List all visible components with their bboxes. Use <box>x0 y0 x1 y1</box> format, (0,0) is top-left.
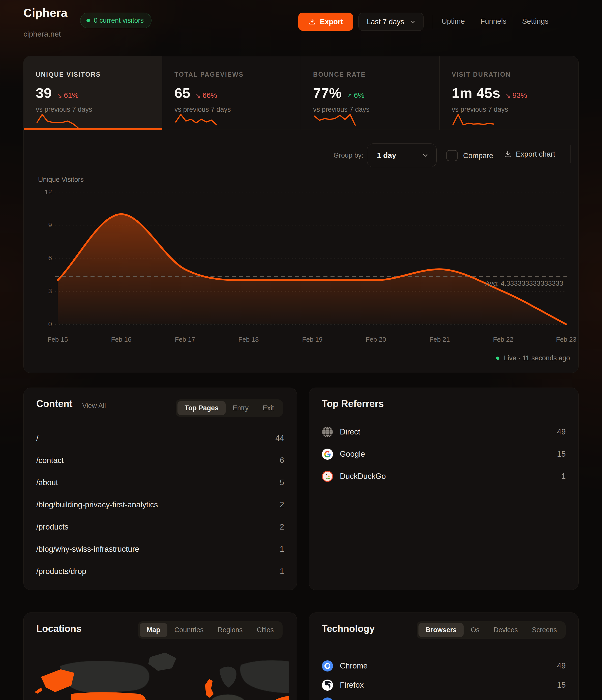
duckduckgo-icon <box>322 471 333 482</box>
export-button[interactable]: Export <box>298 12 353 31</box>
trend-up-icon: ↗ <box>347 92 352 99</box>
tab-os[interactable]: Os <box>463 623 486 637</box>
stat-delta: ↘61% <box>57 91 78 100</box>
chart-area-fill <box>58 214 566 324</box>
page-row[interactable]: /44 <box>36 427 284 449</box>
group-by-label: Group by: <box>333 152 363 159</box>
google-icon <box>322 448 333 460</box>
x-tick: Feb 15 <box>40 335 75 344</box>
live-status: Live · 11 seconds ago <box>496 354 570 362</box>
top-referrers-panel: Top Referrers Direct 49 <box>309 388 579 590</box>
panel-title: Content <box>36 398 73 409</box>
stat-label: TOTAL PAGEVIEWS <box>174 71 301 78</box>
nav-settings[interactable]: Settings <box>522 17 549 25</box>
chart-series-label: Unique Visitors <box>38 176 84 183</box>
live-dot-icon <box>496 356 499 360</box>
referrer-row[interactable]: Direct 49 <box>322 421 566 443</box>
nav-uptime[interactable]: Uptime <box>442 17 465 25</box>
analytics-dashboard: Ciphera 0 current visitors ciphera.net E… <box>0 0 602 700</box>
tab-map[interactable]: Map <box>140 623 167 637</box>
tab-screens[interactable]: Screens <box>525 623 564 637</box>
stat-delta: ↘93% <box>505 91 527 100</box>
x-tick: Feb 16 <box>104 335 139 344</box>
tab-top-pages[interactable]: Top Pages <box>177 401 226 415</box>
nav-funnels[interactable]: Funnels <box>480 17 506 25</box>
x-tick: Feb 20 <box>358 335 394 344</box>
stat-card-unique-visitors[interactable]: UNIQUE VISITORS 39 ↘61% vs previous 7 da… <box>24 56 162 130</box>
y-tick: 3 <box>24 287 52 295</box>
content-tabs: Top Pages Entry Exit <box>176 399 283 417</box>
chrome-icon <box>322 660 333 672</box>
tab-exit[interactable]: Exit <box>256 401 281 415</box>
globe-icon <box>322 426 333 438</box>
y-tick: 6 <box>24 254 52 262</box>
live-status-label: Live · 11 seconds ago <box>504 354 570 362</box>
stat-delta: ↘66% <box>195 91 217 100</box>
stat-compare-label: vs previous 7 days <box>313 106 440 114</box>
page-row[interactable]: /products2 <box>36 516 284 538</box>
stat-card-total-pageviews[interactable]: TOTAL PAGEVIEWS 65 ↘66% vs previous 7 da… <box>162 56 301 130</box>
sparkline-chart <box>313 113 356 129</box>
chevron-down-icon <box>410 18 416 25</box>
page-row[interactable]: /products/drop1 <box>36 560 284 582</box>
sparkline-chart <box>452 113 495 129</box>
x-tick: Feb 21 <box>422 335 457 344</box>
date-range-value: Last 7 days <box>367 18 404 26</box>
date-range-select[interactable]: Last 7 days <box>358 12 424 31</box>
stat-value: 39 <box>36 85 52 101</box>
tab-entry[interactable]: Entry <box>226 401 256 415</box>
referrer-row[interactable]: Google 15 <box>322 443 566 465</box>
x-tick: Feb 23 <box>549 335 579 344</box>
current-visitors-badge[interactable]: 0 current visitors <box>80 12 151 28</box>
browser-icon-partial <box>322 697 333 700</box>
export-chart-label: Export chart <box>516 150 555 158</box>
tab-regions[interactable]: Regions <box>210 623 250 637</box>
controls-divider <box>571 145 571 163</box>
page-row[interactable]: /blog/building-privacy-first-analytics2 <box>36 494 284 516</box>
x-tick: Feb 17 <box>167 335 203 344</box>
compare-label[interactable]: Compare <box>463 152 493 160</box>
export-chart-button[interactable]: Export chart <box>504 150 555 158</box>
stat-delta: ↗6% <box>347 91 365 100</box>
stat-compare-label: vs previous 7 days <box>36 106 162 114</box>
stat-value: 77% <box>313 85 342 101</box>
view-all-link[interactable]: View All <box>82 402 106 410</box>
page-row[interactable]: /blog/why-swiss-infrastructure1 <box>36 538 284 560</box>
sparkline-chart <box>174 113 218 129</box>
technology-panel: Technology Browsers Os Devices Screens C… <box>309 612 579 700</box>
browser-row[interactable]: Chrome 49 <box>322 656 566 676</box>
live-dot-icon <box>86 19 90 22</box>
x-tick: Feb 18 <box>231 335 266 344</box>
tab-cities[interactable]: Cities <box>250 623 281 637</box>
referrer-row[interactable]: DuckDuckGo 1 <box>322 465 566 488</box>
header-divider <box>432 15 432 29</box>
average-value-label: Avg: 4.333333333333333 <box>462 280 563 288</box>
chart-line <box>58 214 566 324</box>
referrers-list: Direct 49 Google 15 <box>322 421 566 488</box>
stats-row: UNIQUE VISITORS 39 ↘61% vs previous 7 da… <box>24 56 578 130</box>
compare-checkbox[interactable] <box>447 150 457 161</box>
stat-card-bounce-rate[interactable]: BOUNCE RATE 77% ↗6% vs previous 7 days <box>301 56 440 130</box>
current-visitors-label: 0 current visitors <box>94 17 144 24</box>
pages-list: /44 /contact6 /about5 /blog/building-pri… <box>36 427 284 582</box>
trend-down-icon: ↘ <box>57 92 62 99</box>
tab-devices[interactable]: Devices <box>486 623 525 637</box>
panel-title: Technology <box>322 623 375 634</box>
trend-down-icon: ↘ <box>505 92 511 99</box>
trend-down-icon: ↘ <box>195 92 201 99</box>
y-tick: 9 <box>24 221 52 229</box>
y-tick: 0 <box>24 320 52 328</box>
download-icon <box>308 18 316 25</box>
y-tick: 12 <box>24 188 52 196</box>
top-nav: Uptime Funnels Settings <box>442 17 549 25</box>
tab-browsers[interactable]: Browsers <box>419 623 463 637</box>
sparkline-chart <box>36 113 79 129</box>
page-row[interactable]: /contact6 <box>36 449 284 472</box>
analytics-panel: UNIQUE VISITORS 39 ↘61% vs previous 7 da… <box>23 56 579 373</box>
page-row[interactable]: /about5 <box>36 472 284 494</box>
tab-countries[interactable]: Countries <box>167 623 211 637</box>
stat-card-visit-duration[interactable]: VISIT DURATION 1m 45s ↘93% vs previous 7… <box>440 56 578 130</box>
group-by-select[interactable]: 1 day <box>367 144 436 167</box>
locations-tabs: Map Countries Regions Cities <box>138 621 283 639</box>
browser-row[interactable]: Firefox 15 <box>322 676 566 695</box>
